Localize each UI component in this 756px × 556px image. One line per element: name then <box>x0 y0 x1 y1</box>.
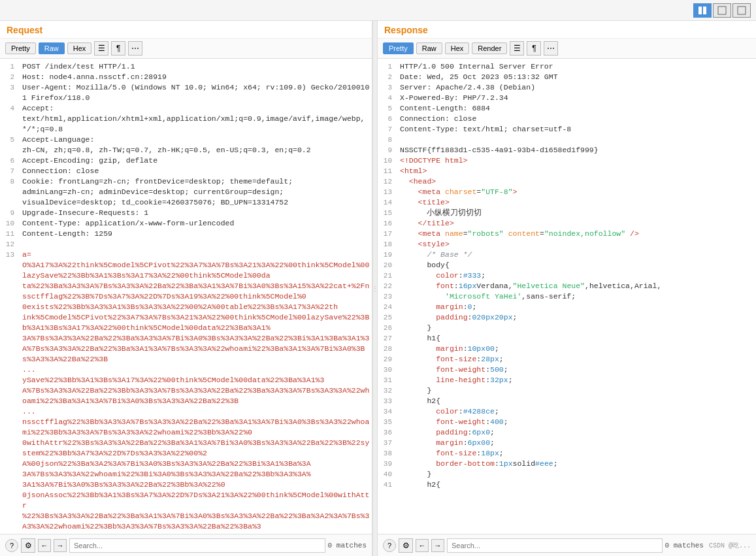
res-line-12: 12 <head> <box>378 176 756 187</box>
tab-pretty-res[interactable]: Pretty <box>383 42 414 54</box>
tab-hex-req[interactable]: Hex <box>67 42 92 54</box>
res-line-9: 9 NSSCTF{ff1883d1-c535-4a91-93b4-d1658ed… <box>378 145 756 155</box>
req-line-12: 12 <box>0 239 372 250</box>
top-bar <box>0 0 756 21</box>
tab-render-res[interactable]: Render <box>472 42 507 54</box>
settings-btn-res[interactable]: ⚙ <box>399 538 413 553</box>
request-pane: Request Pretty Raw Hex ☰ ¶ ⋯ 1 POST /ind… <box>0 21 372 556</box>
req-line-3: 3 User-Agent: Mozilla/5.0 (Windows NT 10… <box>0 82 372 103</box>
response-code-area[interactable]: 1 HTTP/1.0 500 Internal Server Error 2 D… <box>378 59 756 534</box>
req-line-8: 8 Cookie: frontLang=zh-cn; frontDevice=d… <box>0 176 372 208</box>
res-line-14: 14 <title> <box>378 197 756 208</box>
res-line-21: 21 color:#333; <box>378 270 756 281</box>
res-line-15: 15 小纵横刀切切切 <box>378 208 756 218</box>
request-bottom-bar: ? ⚙ ← → 0 matches <box>0 534 372 556</box>
nav-prev-req[interactable]: ← <box>38 539 51 552</box>
res-line-25: 25 padding:020px20px; <box>378 312 756 323</box>
res-line-10: 10 <!DOCTYPE html> <box>378 155 756 166</box>
res-line-19: 19 /* Base */ <box>378 250 756 260</box>
split-view-btn[interactable] <box>693 3 712 18</box>
svg-rect-3 <box>738 7 746 14</box>
req-line-13: 13 a= O%3A17%3A%22think%5Cmodel%5CPivot%… <box>0 250 372 534</box>
svg-rect-2 <box>718 7 726 14</box>
req-line-10: 10 Content-Type: application/x-www-form-… <box>0 218 372 229</box>
res-line-18: 18 <style> <box>378 239 756 250</box>
req-line-1: 1 POST /index/test HTTP/1.1 <box>0 61 372 72</box>
more-icon-res[interactable]: ⋯ <box>544 41 558 56</box>
help-btn-res[interactable]: ? <box>383 539 396 552</box>
settings-btn-req[interactable]: ⚙ <box>21 538 35 553</box>
res-line-34: 34 color:#4288ce; <box>378 406 756 417</box>
more-icon-req[interactable]: ⋯ <box>128 41 142 56</box>
request-code-area[interactable]: 1 POST /index/test HTTP/1.1 2 Host: node… <box>0 59 372 534</box>
view-toggle <box>693 3 751 18</box>
res-line-36: 36 padding:6px0; <box>378 427 756 438</box>
tab-raw-res[interactable]: Raw <box>416 42 442 54</box>
single-left-btn[interactable] <box>713 3 731 18</box>
res-line-35: 35 font-weight:400; <box>378 417 756 427</box>
res-line-30: 30 font-weight:500; <box>378 365 756 375</box>
format-icon-res[interactable]: ☰ <box>510 41 524 56</box>
search-input-res[interactable] <box>447 538 663 553</box>
res-line-5: 5 Content-Length: 6884 <box>378 103 756 114</box>
csdn-label: CSDN @吃... <box>709 541 751 550</box>
format-icon-req[interactable]: ☰ <box>94 41 108 56</box>
req-line-4: 4 Accept: text/html,application/xhtml+xm… <box>0 103 372 135</box>
response-pane: Response Pretty Raw Hex Render ☰ ¶ ⋯ 1 H… <box>378 21 756 556</box>
newline-icon-req[interactable]: ¶ <box>111 41 125 56</box>
res-line-39: 39 border-bottom:1pxsolid#eee; <box>378 459 756 469</box>
res-line-6: 6 Connection: close <box>378 114 756 124</box>
request-title: Request <box>0 21 372 39</box>
res-line-31: 31 line-height:32px; <box>378 375 756 385</box>
res-line-11: 11 <html> <box>378 166 756 176</box>
res-line-24: 24 margin:0; <box>378 302 756 312</box>
tab-pretty-req[interactable]: Pretty <box>5 42 36 54</box>
matches-label-res: 0 matches <box>665 542 704 549</box>
res-line-20: 20 body{ <box>378 260 756 270</box>
svg-rect-1 <box>703 7 706 14</box>
res-line-8: 8 <box>378 135 756 145</box>
response-bottom-bar: ? ⚙ ← → 0 matches CSDN @吃... <box>378 534 756 556</box>
res-line-32: 32 } <box>378 385 756 396</box>
res-line-7: 7 Content-Type: text/html; charset=utf-8 <box>378 124 756 135</box>
res-line-38: 38 font-size:18px; <box>378 448 756 459</box>
tab-hex-res[interactable]: Hex <box>445 42 470 54</box>
nav-next-res[interactable]: → <box>431 539 444 552</box>
res-line-22: 22 font:16pxVerdana,"Helvetica Neue",hel… <box>378 281 756 291</box>
newline-icon-res[interactable]: ¶ <box>527 41 541 56</box>
res-line-41: 41 h2{ <box>378 480 756 490</box>
response-toolbar: Pretty Raw Hex Render ☰ ¶ ⋯ <box>378 39 756 59</box>
res-line-3: 3 Server: Apache/2.4.38 (Debian) <box>378 82 756 93</box>
req-line-6: 6 Accept-Encoding: gzip, deflate <box>0 155 372 166</box>
res-line-28: 28 margin:10px00; <box>378 344 756 354</box>
svg-rect-0 <box>698 7 702 14</box>
res-line-26: 26 } <box>378 323 756 333</box>
search-input-req[interactable] <box>69 538 325 553</box>
res-line-17: 17 <meta name="robots" content="noindex,… <box>378 229 756 239</box>
pane-divider[interactable]: ⋮ <box>372 21 378 556</box>
res-line-27: 27 h1{ <box>378 333 756 344</box>
res-line-1: 1 HTTP/1.0 500 Internal Server Error <box>378 61 756 72</box>
tab-raw-req[interactable]: Raw <box>39 42 65 54</box>
res-line-33: 33 h2{ <box>378 396 756 406</box>
res-line-2: 2 Date: Wed, 25 Oct 2023 05:13:32 GMT <box>378 72 756 82</box>
req-line-2: 2 Host: node4.anna.nssctf.cn:28919 <box>0 72 372 82</box>
request-toolbar: Pretty Raw Hex ☰ ¶ ⋯ <box>0 39 372 59</box>
nav-prev-res[interactable]: ← <box>416 539 429 552</box>
nav-next-req[interactable]: → <box>54 539 67 552</box>
req-line-7: 7 Connection: close <box>0 166 372 176</box>
res-line-4: 4 X-Powered-By: PHP/7.2.34 <box>378 93 756 103</box>
res-line-29: 29 font-size:28px; <box>378 354 756 365</box>
single-right-btn[interactable] <box>732 3 751 18</box>
help-btn-req[interactable]: ? <box>5 539 18 552</box>
req-line-11: 11 Content-Length: 1259 <box>0 229 372 239</box>
req-line-9: 9 Upgrade-Insecure-Requests: 1 <box>0 208 372 218</box>
response-title: Response <box>378 21 756 39</box>
matches-label-req: 0 matches <box>328 542 367 549</box>
res-line-40: 40 } <box>378 469 756 480</box>
main-container: Request Pretty Raw Hex ☰ ¶ ⋯ 1 POST /ind… <box>0 21 756 556</box>
req-line-5: 5 Accept-Language: zh-CN, zh;q=0.8, zh-T… <box>0 135 372 155</box>
res-line-23: 23 'Microsoft YaHei',sans-serif; <box>378 291 756 302</box>
res-line-16: 16 </title> <box>378 218 756 229</box>
res-line-37: 37 margin:6px00; <box>378 438 756 448</box>
